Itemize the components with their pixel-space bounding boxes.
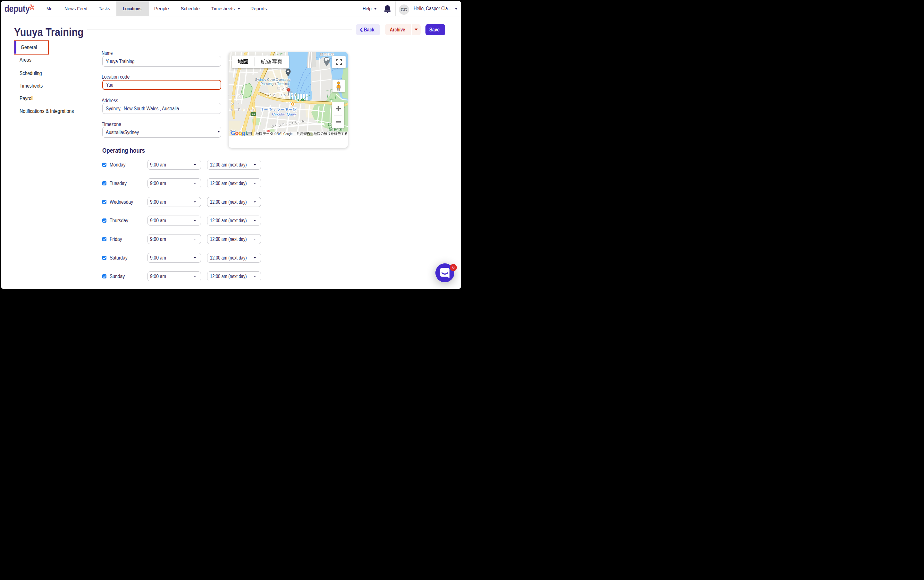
svg-text:T: T — [292, 102, 294, 105]
svg-text:Passenger Terminal: Passenger Terminal — [261, 82, 289, 86]
svg-text:©2021 Google: ©2021 Google — [275, 132, 293, 136]
svg-text:F: F — [302, 99, 303, 101]
svg-text:Circular Quay: Circular Quay — [272, 112, 296, 116]
svg-text:Sydney Cove Overseas: Sydney Cove Overseas — [255, 78, 290, 81]
svg-text:A4: A4 — [252, 113, 255, 115]
svg-text:M1: M1 — [308, 133, 312, 136]
svg-text:The Rocks: The Rocks — [266, 93, 297, 97]
svg-text:F: F — [297, 99, 299, 102]
